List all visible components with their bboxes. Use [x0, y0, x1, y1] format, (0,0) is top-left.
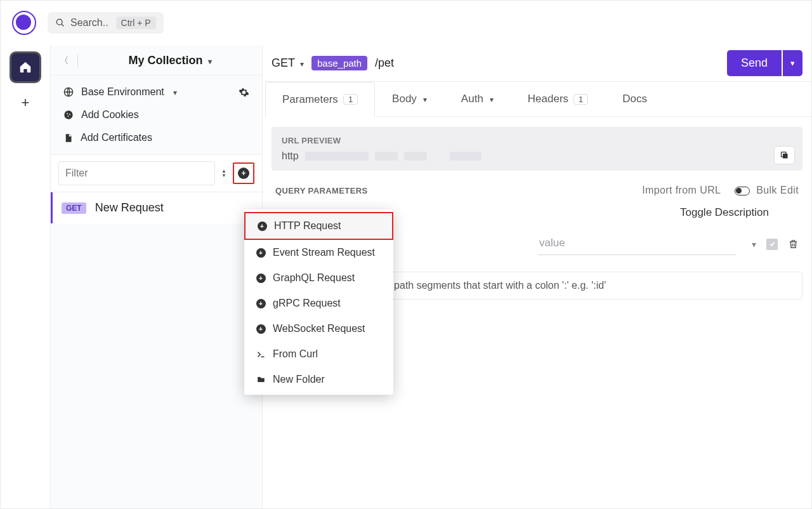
divider — [77, 55, 78, 67]
environment-selector[interactable]: Base Environment — [60, 81, 253, 103]
url-preview-label: URL PREVIEW — [282, 136, 792, 145]
request-name: New Request — [95, 201, 164, 215]
redacted-text — [450, 152, 481, 161]
global-search[interactable]: Search.. Ctrl + P — [48, 12, 164, 34]
menu-grpc-request[interactable]: + gRPC Request — [244, 291, 393, 316]
terminal-icon — [256, 349, 266, 359]
svg-point-5 — [69, 114, 70, 115]
tab-docs[interactable]: Docs — [605, 82, 664, 116]
menu-graphql-request[interactable]: + GraphQL Request — [244, 265, 393, 291]
search-placeholder: Search.. — [70, 17, 108, 29]
method-badge: GET — [62, 202, 86, 214]
tab-body[interactable]: Body — [375, 82, 444, 116]
url-preview-prefix: http — [282, 150, 299, 162]
send-more-button[interactable]: ▾ — [783, 50, 802, 76]
toggle-icon — [735, 187, 750, 195]
back-button[interactable]: 〈 — [60, 55, 69, 67]
app-logo[interactable] — [12, 11, 36, 35]
folder-icon — [256, 374, 266, 385]
add-certificates[interactable]: Add Certificates — [60, 126, 253, 149]
menu-new-folder[interactable]: New Folder — [244, 367, 393, 392]
plus-circle-icon: + — [256, 324, 266, 334]
request-tabs: Parameters1 Body Auth Headers1 Docs — [263, 82, 811, 117]
tab-parameters[interactable]: Parameters1 — [265, 82, 375, 117]
plus-circle-icon: + — [257, 221, 267, 231]
environment-label: Base Environment — [81, 86, 164, 98]
add-project-button[interactable]: + — [22, 95, 30, 111]
new-request-menu: + HTTP Request + Event Stream Request + … — [244, 209, 393, 395]
svg-point-6 — [67, 116, 69, 117]
import-from-url[interactable]: Import from URL — [642, 185, 721, 196]
menu-http-request[interactable]: + HTTP Request — [244, 212, 393, 240]
query-params-label: QUERY PARAMETERS — [275, 186, 368, 195]
plus-circle-icon: + — [256, 273, 266, 283]
copy-url-button[interactable] — [774, 146, 795, 164]
home-button[interactable] — [10, 51, 41, 83]
type-dropdown[interactable] — [752, 239, 756, 250]
svg-rect-7 — [783, 154, 788, 159]
search-icon — [55, 18, 65, 28]
chevron-down-icon — [422, 93, 427, 105]
sidebar: 〈 My Collection Base Environment Add Coo… — [50, 45, 263, 508]
chevron-down-icon — [488, 93, 494, 105]
certificate-icon — [63, 133, 73, 143]
enable-checkbox[interactable] — [766, 239, 778, 250]
param-value-input[interactable]: value — [538, 233, 737, 255]
add-cookies[interactable]: Add Cookies — [60, 103, 253, 126]
tab-headers[interactable]: Headers1 — [511, 82, 606, 116]
redacted-text — [375, 152, 398, 161]
chevron-down-icon — [172, 86, 177, 98]
add-request-button[interactable]: + — [233, 162, 254, 184]
menu-websocket-request[interactable]: + WebSocket Request — [244, 316, 393, 341]
plus-circle-icon: + — [256, 248, 266, 258]
count-badge: 1 — [573, 94, 588, 105]
url-preview-box: URL PREVIEW http — [272, 127, 802, 171]
svg-point-0 — [56, 19, 62, 25]
count-badge: 1 — [343, 94, 358, 105]
filter-input[interactable] — [58, 161, 215, 185]
search-kbd: Ctrl + P — [116, 17, 156, 29]
sort-toggle[interactable]: ▲▼ — [221, 169, 226, 178]
gear-icon[interactable] — [239, 87, 249, 98]
chevron-down-icon — [299, 56, 304, 70]
redacted-text — [305, 152, 369, 161]
activity-bar: + — [1, 45, 50, 508]
request-item[interactable]: GET New Request — [51, 192, 262, 223]
collection-title[interactable]: My Collection — [87, 54, 253, 67]
delete-button[interactable] — [788, 239, 799, 249]
svg-point-3 — [64, 110, 72, 119]
bulk-edit[interactable]: Bulk Edit — [735, 185, 799, 196]
plus-circle-icon: + — [256, 298, 266, 308]
menu-event-stream-request[interactable]: + Event Stream Request — [244, 240, 393, 265]
redacted-text — [404, 152, 427, 161]
certs-label: Add Certificates — [81, 132, 152, 143]
plus-circle-icon: + — [238, 168, 249, 179]
cookies-label: Add Cookies — [81, 109, 139, 121]
tab-auth[interactable]: Auth — [444, 82, 511, 116]
url-input[interactable]: /pet — [375, 56, 719, 70]
svg-point-4 — [67, 113, 68, 114]
topbar: Search.. Ctrl + P — [1, 1, 811, 45]
svg-line-1 — [62, 24, 63, 26]
menu-from-curl[interactable]: From Curl — [244, 341, 393, 367]
chevron-down-icon — [207, 54, 212, 67]
cookie-icon — [63, 110, 74, 120]
send-button[interactable]: Send — [727, 50, 782, 76]
method-selector[interactable]: GET — [272, 56, 304, 70]
globe-icon — [63, 87, 74, 97]
base-path-chip[interactable]: base_path — [311, 56, 367, 70]
